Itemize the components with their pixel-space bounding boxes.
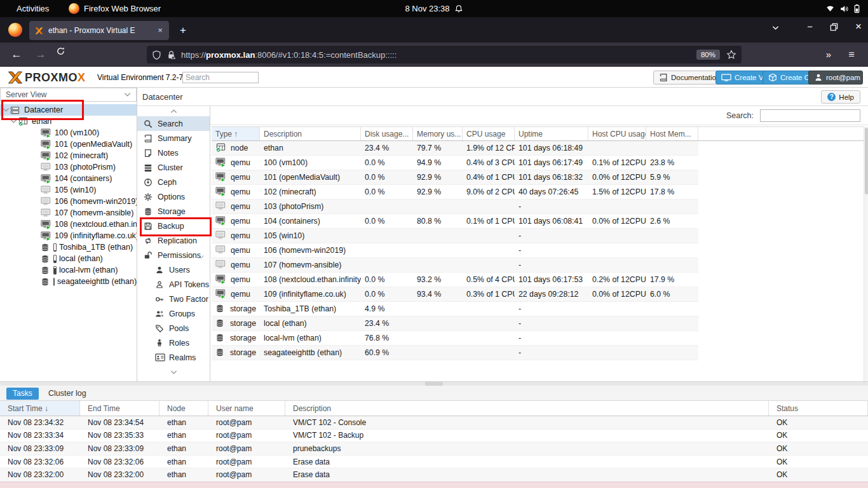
url-bar[interactable]: https://proxmox.lan:8006/#v1:0:18:4:5:=c… — [147, 46, 742, 64]
menu-item[interactable]: Replication — [137, 233, 210, 248]
table-row[interactable]: qemu 108 (nextcloud.ethan.infinityf... 0… — [212, 273, 698, 287]
focused-app-menu[interactable]: Firefox Web Browser — [69, 0, 161, 17]
system-tray[interactable] — [825, 0, 860, 17]
reload-button[interactable] — [56, 46, 74, 63]
column-header-uptime[interactable]: Uptime — [515, 127, 588, 140]
tree-item[interactable]: 103 (photoPrism) — [0, 161, 137, 173]
column-header-end-time[interactable]: End Time — [80, 401, 159, 416]
table-row[interactable]: storage local-lvm (ethan) 76.8 % - — [212, 331, 698, 346]
column-header-description[interactable]: Description — [260, 127, 361, 140]
vertical-scrollbar[interactable] — [864, 126, 868, 381]
tree-item[interactable]: local-lvm (ethan) — [0, 264, 137, 276]
tree-item-node-ethan[interactable]: ethan — [0, 116, 137, 127]
menu-scroll-up[interactable] — [137, 106, 210, 116]
table-row[interactable]: qemu 107 (homevm-ansible) - — [212, 258, 698, 273]
column-header-type[interactable]: Type ↑ — [212, 127, 260, 140]
menu-item[interactable]: Two Factor — [137, 292, 210, 306]
column-header-hostmem[interactable]: Host Mem... — [646, 127, 698, 140]
horizontal-splitter[interactable] — [0, 381, 868, 386]
column-header-status[interactable]: Status — [769, 401, 868, 416]
tree-item[interactable]: local (ethan) — [0, 253, 137, 264]
tab-cluster-log[interactable]: Cluster log — [48, 389, 86, 398]
column-header-user-name[interactable]: User name — [208, 401, 285, 416]
help-button[interactable]: ? Help — [821, 90, 860, 104]
task-row[interactable]: Nov 08 23:32:06 Nov 08 23:32:06 ethan ro… — [0, 456, 868, 469]
menu-item[interactable]: Options — [137, 189, 210, 204]
menu-scroll-down[interactable] — [137, 370, 210, 375]
table-row[interactable]: node ethan 23.4 % 79.7 % 1.9% of 12 CPUs… — [212, 141, 698, 156]
menu-item[interactable]: Notes — [137, 146, 210, 160]
view-selector-combo[interactable]: Server View — [0, 88, 137, 102]
table-row[interactable]: storage Toshiba_1TB (ethan) 4.9 % - — [212, 302, 698, 316]
task-row[interactable]: Nov 08 23:32:00 Nov 08 23:32:00 ethan ro… — [0, 468, 868, 482]
table-row[interactable]: storage seagateeighttb (ethan) 60.9 % - — [212, 346, 698, 360]
menu-item[interactable]: Summary — [137, 131, 210, 146]
restore-window-icon[interactable] — [829, 22, 839, 32]
tab-tasks[interactable]: Tasks — [6, 388, 39, 400]
column-header-cpu[interactable]: CPU usage — [463, 127, 515, 140]
tree-item[interactable]: 104 (containers) — [0, 173, 137, 184]
task-row[interactable]: Nov 08 23:34:32 Nov 08 23:34:54 ethan ro… — [0, 416, 868, 430]
table-row[interactable]: storage local (ethan) 23.4 % - — [212, 316, 698, 331]
menu-item[interactable]: Pools — [137, 321, 210, 336]
tree-item[interactable]: 109 (infinityflame.co.uk) — [0, 230, 137, 241]
task-row[interactable]: Nov 08 23:33:34 Nov 08 23:35:33 ethan ro… — [0, 430, 868, 443]
user-menu-button[interactable]: root@pam — [808, 71, 863, 85]
toolbar-overflow-button[interactable]: » — [820, 46, 837, 63]
back-button[interactable]: ← — [8, 46, 25, 63]
firefox-app-icon[interactable] — [8, 23, 22, 37]
lock-warning-icon[interactable] — [166, 50, 176, 60]
new-tab-button[interactable]: + — [175, 23, 191, 38]
column-header-hostcpu[interactable]: Host CPU usage — [588, 127, 646, 140]
menu-item[interactable]: Ceph — [137, 175, 210, 189]
table-row[interactable]: qemu 101 (openMediaVault) 0.0 % 92.9 % 0… — [212, 170, 698, 185]
minimize-button[interactable]: − — [807, 22, 813, 32]
menu-item[interactable]: Backup — [137, 219, 210, 233]
tree-item[interactable]: Toshiba_1TB (ethan) — [0, 241, 137, 253]
forward-button[interactable]: → — [32, 46, 50, 63]
tree-item[interactable]: 108 (nextcloud.ethan.infinityflar — [0, 219, 137, 230]
table-row[interactable]: qemu 109 (infinityflame.co.uk) 0.0 % 93.… — [212, 287, 698, 302]
column-header-disk[interactable]: Disk usage... — [361, 127, 413, 140]
menu-item[interactable]: Cluster — [137, 160, 210, 175]
table-row[interactable]: qemu 106 (homevm-win2019) - — [212, 243, 698, 258]
browser-tab[interactable]: ethan - Proxmox Virtual E × — [29, 21, 169, 40]
menu-item[interactable]: Roles — [137, 336, 210, 350]
app-menu-button[interactable]: ≡ — [843, 46, 860, 63]
tree-item[interactable]: 106 (homevm-win2019) — [0, 196, 137, 207]
table-row[interactable]: qemu 103 (photoPrism) - — [212, 200, 698, 214]
close-window-button[interactable]: × — [855, 22, 862, 32]
tree-item[interactable]: 105 (win10) — [0, 184, 137, 196]
zoom-level-badge[interactable]: 80% — [696, 50, 720, 60]
tree-item[interactable]: 100 (vm100) — [0, 127, 137, 139]
global-search-input[interactable] — [182, 72, 259, 83]
menu-item[interactable]: Permissions — [137, 248, 210, 262]
activities-button[interactable]: Activities — [9, 0, 57, 17]
column-header-memory[interactable]: Memory us... — [413, 127, 463, 140]
column-header-node[interactable]: Node — [159, 401, 208, 416]
menu-item[interactable]: Users — [137, 262, 210, 277]
table-row[interactable]: qemu 100 (vm100) 0.0 % 94.9 % 0.4% of 3 … — [212, 156, 698, 170]
menu-item[interactable]: Realms — [137, 350, 210, 365]
expand-caret-icon[interactable] — [10, 119, 15, 124]
shield-icon[interactable] — [152, 50, 161, 60]
tab-list-chevron-icon[interactable] — [772, 25, 779, 30]
scrollbar-thumb[interactable] — [865, 128, 868, 194]
tree-item-datacenter[interactable]: Datacenter — [0, 104, 137, 116]
table-row[interactable]: qemu 102 (minecraft) 0.0 % 92.9 % 9.0% o… — [212, 185, 698, 200]
tree-item[interactable]: 107 (homevm-ansible) — [0, 207, 137, 219]
task-row[interactable]: Nov 08 23:33:09 Nov 08 23:33:09 ethan ro… — [0, 442, 868, 456]
tree-item[interactable]: seagateeighttb (ethan) — [0, 276, 137, 287]
grid-search-input[interactable] — [760, 109, 860, 122]
tab-close-icon[interactable]: × — [155, 25, 165, 36]
expand-caret-icon[interactable] — [3, 107, 8, 112]
menu-item[interactable]: Storage — [137, 204, 210, 219]
table-row[interactable]: qemu 105 (win10) - — [212, 229, 698, 243]
column-header-description[interactable]: Description — [285, 401, 769, 416]
menu-item[interactable]: Groups — [137, 306, 210, 321]
menu-item[interactable]: Search — [137, 116, 210, 131]
bookmark-star-icon[interactable] — [726, 50, 736, 60]
table-row[interactable]: qemu 104 (containers) 0.0 % 80.8 % 0.1% … — [212, 214, 698, 229]
column-header-start-time[interactable]: Start Time ↓ — [0, 401, 80, 416]
menu-item[interactable]: API Tokens — [137, 277, 210, 292]
